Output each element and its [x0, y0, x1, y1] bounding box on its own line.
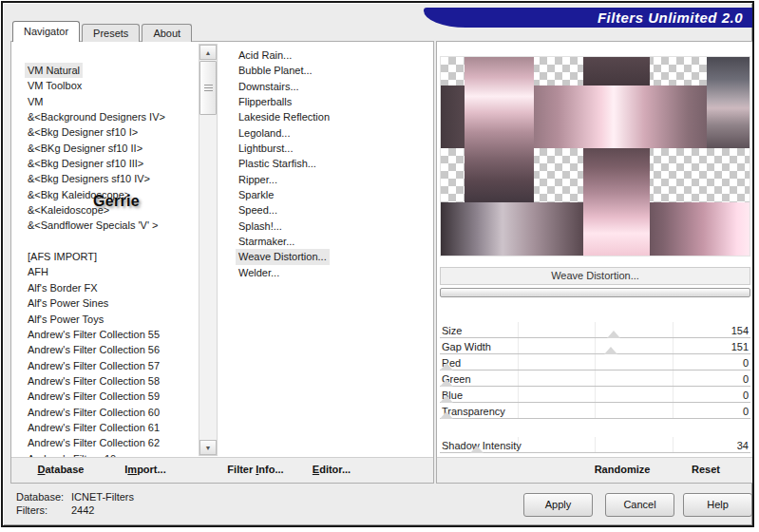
filter-item[interactable]: Legoland...: [236, 125, 293, 141]
filter-item[interactable]: Weave Distortion...: [236, 249, 330, 264]
slider-thumb[interactable]: [440, 395, 453, 403]
action-button[interactable]: Database: [38, 464, 85, 475]
category-item[interactable]: &<Bkg Designers sf10 IV>: [25, 171, 153, 186]
scroll-down-icon[interactable]: ▼: [199, 440, 217, 455]
category-item[interactable]: Andrew's Filter Collection 59: [25, 389, 162, 404]
action-button[interactable]: Filter Info...: [227, 464, 283, 475]
progress-bar: [440, 288, 750, 297]
filter-item[interactable]: Plastic Starfish...: [236, 156, 319, 171]
category-item[interactable]: Alf's Power Sines: [25, 295, 111, 311]
filters-label: Filters:: [16, 504, 71, 517]
category-item[interactable]: Andrew's Filter Collection 60: [25, 405, 162, 420]
tab-bar: NavigatorPresetsAbout: [12, 21, 194, 42]
filter-item[interactable]: Ripper...: [236, 172, 280, 187]
right-action-strip: RandomizeReset: [437, 457, 753, 483]
scrollbar-thumb[interactable]: [199, 61, 217, 115]
weave-ribbon: [707, 57, 750, 148]
filter-item[interactable]: Speed...: [236, 202, 280, 218]
slider-row[interactable]: Red 0: [440, 354, 750, 370]
slider-value: 0: [743, 390, 749, 401]
slider-row[interactable]: Green 0: [440, 370, 750, 387]
filter-item[interactable]: Lakeside Reflection: [236, 109, 332, 124]
filters-unlimited-dialog: Filters Unlimited 2.0 NavigatorPresetsAb…: [1, 1, 754, 527]
weave-ribbon: [465, 57, 534, 202]
slider-thumb[interactable]: [607, 331, 620, 338]
slider-label: Gap Width: [442, 341, 491, 352]
help-button[interactable]: Help: [683, 493, 752, 517]
slider-row[interactable]: Shadow Intensity 34: [440, 437, 750, 453]
slider-value: 0: [743, 406, 749, 417]
action-button[interactable]: Randomize: [595, 464, 651, 475]
filter-item[interactable]: Lightburst...: [236, 141, 295, 156]
slider-row[interactable]: Transparency 0: [440, 403, 750, 419]
slider-value: 154: [731, 325, 749, 336]
status-area: Database:ICNET-Filters Filters:2442: [16, 490, 134, 517]
filter-item[interactable]: Sparkle: [236, 187, 276, 202]
category-item[interactable]: VM: [25, 94, 63, 109]
filter-item[interactable]: Flipperballs: [236, 94, 294, 109]
tab[interactable]: About: [142, 24, 192, 42]
filter-preview-image: [440, 56, 750, 256]
app-title: Filters Unlimited 2.0: [598, 10, 743, 26]
category-item[interactable]: &<Bkg Designer sf10 I>: [25, 124, 141, 140]
filter-control-panel: Weave Distortion... Size 154 Gap Width 1…: [436, 41, 754, 484]
slider-thumb[interactable]: [604, 347, 617, 354]
category-scrollbar[interactable]: ▲ ▼: [199, 44, 218, 456]
scrollbar-grip-icon: [204, 85, 213, 92]
slider-thumb[interactable]: [470, 446, 484, 453]
filter-item[interactable]: Welder...: [236, 265, 282, 280]
category-item[interactable]: Andrew's Filter Collection 55: [25, 327, 162, 342]
action-button[interactable]: Editor...: [313, 464, 351, 475]
category-item[interactable]: [AFS IMPORT]: [25, 249, 100, 264]
category-item[interactable]: VM Natural: [25, 63, 83, 78]
database-value: ICNET-Filters: [71, 491, 134, 503]
category-item[interactable]: VM Toolbox: [25, 78, 85, 93]
slider-group: Size 154 Gap Width 151 Red 0 Green 0 Blu: [440, 322, 750, 453]
category-item[interactable]: Alf's Power Toys: [25, 312, 106, 327]
filter-item[interactable]: Splash!...: [236, 218, 285, 234]
slider-value: 0: [743, 357, 749, 369]
filter-item[interactable]: Starmaker...: [236, 234, 297, 249]
filter-item[interactable]: Downstairs...: [236, 79, 302, 94]
cancel-button[interactable]: Cancel: [605, 493, 674, 517]
filter-item[interactable]: Acid Rain...: [236, 48, 294, 63]
navigator-panel: VM NaturalVM ToolboxVM&<Background Desig…: [10, 41, 434, 484]
slider-row[interactable]: Blue 0: [440, 387, 750, 403]
action-button[interactable]: Reset: [692, 464, 720, 475]
slider-thumb[interactable]: [440, 411, 453, 419]
category-item[interactable]: Andrew's Filter Collection 57: [25, 358, 162, 373]
slider-row[interactable]: Size 154: [440, 322, 750, 338]
slider-row[interactable]: Gap Width 151: [440, 338, 750, 354]
category-item[interactable]: &<BKg Designer sf10 II>: [25, 141, 145, 156]
category-item[interactable]: [25, 234, 63, 249]
category-item[interactable]: Andrew's Filter Collection 56: [25, 342, 162, 357]
category-item[interactable]: &<Bkg Designer sf10 III>: [25, 156, 146, 171]
filter-name-button[interactable]: Weave Distortion...: [440, 267, 750, 285]
category-item[interactable]: &<Background Designers IV>: [25, 109, 168, 124]
tab[interactable]: Navigator: [12, 21, 80, 42]
category-item[interactable]: Alf's Border FX: [25, 280, 101, 295]
slider-value: 0: [743, 373, 749, 385]
slider-label: Size: [442, 325, 462, 336]
category-item[interactable]: Andrew's Filter Collection 58: [25, 373, 162, 389]
tab[interactable]: Presets: [82, 24, 140, 42]
category-item[interactable]: &<Sandflower Specials 'V' >: [25, 218, 161, 233]
slider-value: 151: [731, 341, 749, 352]
category-item[interactable]: AFH: [25, 264, 63, 279]
category-list: VM NaturalVM ToolboxVM&<Background Desig…: [11, 42, 198, 457]
filter-list: Acid Rain...Bubble Planet...Downstairs..…: [230, 42, 431, 457]
database-label: Database:: [16, 490, 71, 504]
scroll-up-icon[interactable]: ▲: [199, 45, 217, 60]
filter-item[interactable]: Bubble Planet...: [236, 63, 315, 78]
action-button[interactable]: Import...: [124, 464, 165, 475]
title-banner: Filters Unlimited 2.0: [424, 8, 752, 28]
left-action-strip: DatabaseImport...Filter Info...Editor...: [11, 457, 433, 483]
apply-button[interactable]: Apply: [523, 493, 593, 517]
filters-value: 2442: [71, 504, 94, 516]
slider-thumb[interactable]: [440, 379, 453, 387]
slider-thumb[interactable]: [440, 363, 453, 370]
slider-value: 34: [737, 440, 749, 451]
category-item[interactable]: Andrew's Filter Collection 62: [25, 435, 162, 450]
watermark-gerrie: Gerrie: [93, 193, 140, 210]
category-item[interactable]: Andrew's Filter Collection 61: [25, 420, 162, 435]
